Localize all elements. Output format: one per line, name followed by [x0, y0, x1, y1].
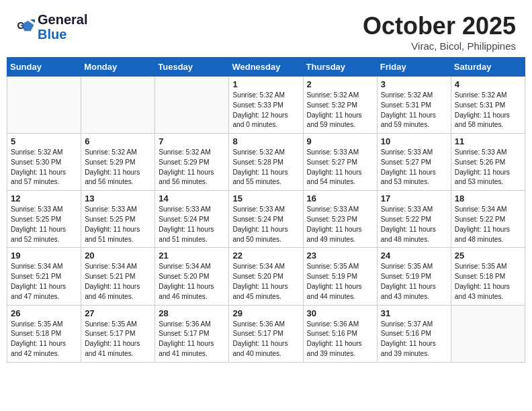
calendar-cell: 25 Sunrise: 5:35 AMSunset: 5:18 PMDaylig… [451, 248, 525, 305]
day-detail: Sunrise: 5:37 AMSunset: 5:16 PMDaylight:… [381, 320, 447, 359]
th-sunday: Sunday [7, 58, 81, 77]
day-number: 2 [307, 79, 373, 89]
th-thursday: Thursday [303, 58, 377, 77]
calendar-cell: 11 Sunrise: 5:33 AMSunset: 5:26 PMDaylig… [451, 134, 525, 191]
day-detail: Sunrise: 5:36 AMSunset: 5:16 PMDaylight:… [307, 320, 373, 359]
day-detail: Sunrise: 5:33 AMSunset: 5:27 PMDaylight:… [381, 148, 447, 187]
day-detail: Sunrise: 5:33 AMSunset: 5:23 PMDaylight:… [307, 205, 373, 244]
calendar-cell: 8 Sunrise: 5:32 AMSunset: 5:28 PMDayligh… [229, 134, 303, 191]
day-number: 15 [232, 193, 299, 203]
calendar-cell: 29 Sunrise: 5:36 AMSunset: 5:17 PMDaylig… [229, 305, 303, 362]
calendar-week-0: 1 Sunrise: 5:32 AMSunset: 5:33 PMDayligh… [7, 77, 525, 134]
day-detail: Sunrise: 5:34 AMSunset: 5:21 PMDaylight:… [85, 262, 151, 302]
weekday-row: Sunday Monday Tuesday Wednesday Thursday… [7, 58, 525, 77]
day-number: 16 [307, 193, 373, 203]
day-detail: Sunrise: 5:35 AMSunset: 5:19 PMDaylight:… [381, 262, 447, 302]
location: Virac, Bicol, Philippines [363, 40, 516, 52]
day-number: 8 [232, 136, 299, 146]
day-detail: Sunrise: 5:33 AMSunset: 5:27 PMDaylight:… [307, 148, 373, 187]
svg-marker-2 [30, 19, 35, 23]
logo: G General Blue [16, 12, 87, 42]
day-number: 21 [159, 250, 225, 261]
calendar-cell: 7 Sunrise: 5:32 AMSunset: 5:29 PMDayligh… [155, 134, 229, 191]
calendar-week-3: 19 Sunrise: 5:34 AMSunset: 5:21 PMDaylig… [7, 248, 525, 305]
day-number: 14 [159, 193, 225, 203]
calendar-table: Sunday Monday Tuesday Wednesday Thursday… [7, 57, 525, 363]
calendar-header: Sunday Monday Tuesday Wednesday Thursday… [7, 58, 525, 77]
calendar-body: 1 Sunrise: 5:32 AMSunset: 5:33 PMDayligh… [7, 77, 525, 363]
calendar-cell: 19 Sunrise: 5:34 AMSunset: 5:21 PMDaylig… [7, 248, 81, 305]
day-detail: Sunrise: 5:33 AMSunset: 5:26 PMDaylight:… [455, 148, 521, 187]
day-number: 31 [381, 308, 447, 318]
calendar-cell: 21 Sunrise: 5:34 AMSunset: 5:20 PMDaylig… [155, 248, 229, 305]
day-detail: Sunrise: 5:32 AMSunset: 5:30 PMDaylight:… [11, 148, 77, 187]
calendar-cell [7, 77, 81, 134]
calendar-week-4: 26 Sunrise: 5:35 AMSunset: 5:18 PMDaylig… [7, 305, 525, 362]
month-title: October 2025 [363, 12, 516, 40]
day-number: 22 [232, 250, 299, 261]
calendar-cell [155, 77, 229, 134]
day-detail: Sunrise: 5:32 AMSunset: 5:28 PMDaylight:… [232, 148, 299, 187]
day-number: 17 [381, 193, 447, 203]
calendar-cell: 27 Sunrise: 5:35 AMSunset: 5:17 PMDaylig… [81, 305, 155, 362]
calendar-cell: 31 Sunrise: 5:37 AMSunset: 5:16 PMDaylig… [377, 305, 451, 362]
day-detail: Sunrise: 5:33 AMSunset: 5:25 PMDaylight:… [11, 205, 77, 244]
day-number: 27 [85, 308, 151, 318]
calendar-cell: 18 Sunrise: 5:34 AMSunset: 5:22 PMDaylig… [451, 191, 525, 248]
logo-text: General Blue [38, 12, 87, 42]
calendar-cell: 23 Sunrise: 5:35 AMSunset: 5:19 PMDaylig… [303, 248, 377, 305]
day-number: 10 [381, 136, 447, 146]
calendar-cell: 17 Sunrise: 5:33 AMSunset: 5:22 PMDaylig… [377, 191, 451, 248]
calendar-cell [451, 305, 525, 362]
logo-blue: Blue [38, 27, 87, 42]
day-detail: Sunrise: 5:35 AMSunset: 5:19 PMDaylight:… [307, 262, 373, 302]
calendar-cell: 12 Sunrise: 5:33 AMSunset: 5:25 PMDaylig… [7, 191, 81, 248]
th-wednesday: Wednesday [229, 58, 303, 77]
calendar-cell: 30 Sunrise: 5:36 AMSunset: 5:16 PMDaylig… [303, 305, 377, 362]
calendar-cell: 5 Sunrise: 5:32 AMSunset: 5:30 PMDayligh… [7, 134, 81, 191]
calendar-cell: 2 Sunrise: 5:32 AMSunset: 5:32 PMDayligh… [303, 77, 377, 134]
calendar-cell: 13 Sunrise: 5:33 AMSunset: 5:25 PMDaylig… [81, 191, 155, 248]
day-detail: Sunrise: 5:35 AMSunset: 5:18 PMDaylight:… [455, 262, 521, 302]
day-number: 4 [455, 79, 521, 89]
calendar-cell: 28 Sunrise: 5:36 AMSunset: 5:17 PMDaylig… [155, 305, 229, 362]
day-number: 13 [85, 193, 151, 203]
calendar-cell [81, 77, 155, 134]
day-number: 25 [455, 250, 521, 261]
title-block: October 2025 Virac, Bicol, Philippines [363, 12, 516, 52]
calendar-cell: 16 Sunrise: 5:33 AMSunset: 5:23 PMDaylig… [303, 191, 377, 248]
calendar-cell: 22 Sunrise: 5:34 AMSunset: 5:20 PMDaylig… [229, 248, 303, 305]
calendar-cell: 4 Sunrise: 5:32 AMSunset: 5:31 PMDayligh… [451, 77, 525, 134]
day-detail: Sunrise: 5:32 AMSunset: 5:33 PMDaylight:… [232, 91, 299, 130]
day-detail: Sunrise: 5:32 AMSunset: 5:32 PMDaylight:… [307, 91, 373, 130]
calendar-cell: 14 Sunrise: 5:33 AMSunset: 5:24 PMDaylig… [155, 191, 229, 248]
day-detail: Sunrise: 5:32 AMSunset: 5:31 PMDaylight:… [381, 91, 447, 130]
day-number: 30 [307, 308, 373, 318]
calendar-cell: 6 Sunrise: 5:32 AMSunset: 5:29 PMDayligh… [81, 134, 155, 191]
day-number: 19 [11, 250, 77, 261]
day-number: 24 [381, 250, 447, 261]
th-monday: Monday [81, 58, 155, 77]
calendar-wrap: Sunday Monday Tuesday Wednesday Thursday… [0, 57, 532, 369]
calendar-cell: 1 Sunrise: 5:32 AMSunset: 5:33 PMDayligh… [229, 77, 303, 134]
day-detail: Sunrise: 5:33 AMSunset: 5:24 PMDaylight:… [232, 205, 299, 244]
day-number: 7 [159, 136, 225, 146]
day-detail: Sunrise: 5:32 AMSunset: 5:29 PMDaylight:… [159, 148, 225, 187]
day-number: 20 [85, 250, 151, 261]
day-detail: Sunrise: 5:33 AMSunset: 5:25 PMDaylight:… [85, 205, 151, 244]
day-detail: Sunrise: 5:33 AMSunset: 5:24 PMDaylight:… [159, 205, 225, 244]
th-saturday: Saturday [451, 58, 525, 77]
day-detail: Sunrise: 5:32 AMSunset: 5:31 PMDaylight:… [455, 91, 521, 130]
calendar-cell: 26 Sunrise: 5:35 AMSunset: 5:18 PMDaylig… [7, 305, 81, 362]
day-detail: Sunrise: 5:34 AMSunset: 5:20 PMDaylight:… [159, 262, 225, 302]
day-detail: Sunrise: 5:36 AMSunset: 5:17 PMDaylight:… [232, 320, 299, 359]
th-friday: Friday [377, 58, 451, 77]
day-detail: Sunrise: 5:34 AMSunset: 5:22 PMDaylight:… [455, 205, 521, 244]
day-detail: Sunrise: 5:34 AMSunset: 5:21 PMDaylight:… [11, 262, 77, 302]
calendar-cell: 10 Sunrise: 5:33 AMSunset: 5:27 PMDaylig… [377, 134, 451, 191]
day-number: 1 [232, 79, 299, 89]
day-detail: Sunrise: 5:33 AMSunset: 5:22 PMDaylight:… [381, 205, 447, 244]
calendar-cell: 24 Sunrise: 5:35 AMSunset: 5:19 PMDaylig… [377, 248, 451, 305]
day-number: 9 [307, 136, 373, 146]
calendar-week-2: 12 Sunrise: 5:33 AMSunset: 5:25 PMDaylig… [7, 191, 525, 248]
